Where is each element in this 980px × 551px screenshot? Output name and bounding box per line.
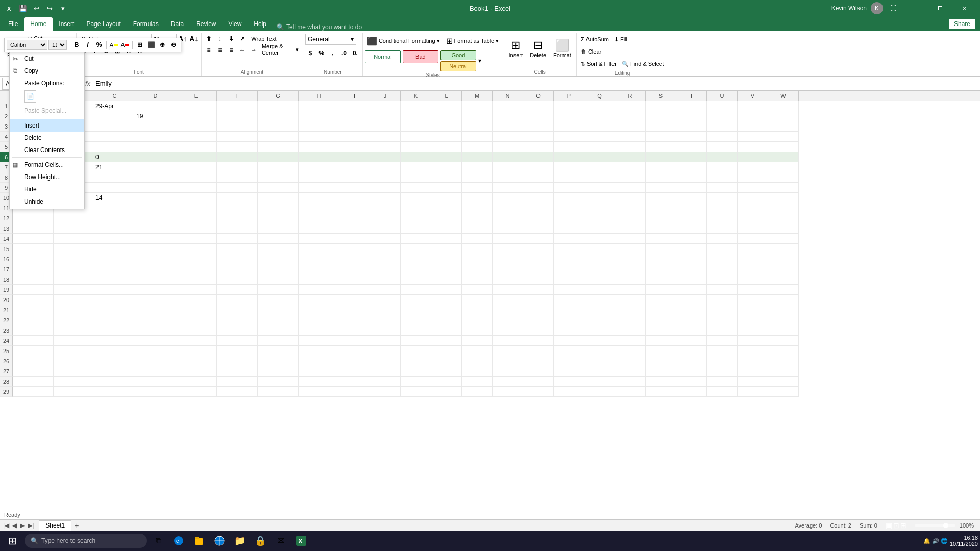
list-item[interactable]: [523, 254, 554, 264]
list-item[interactable]: [217, 387, 258, 397]
list-item[interactable]: [135, 336, 176, 346]
list-item[interactable]: [738, 172, 768, 183]
row-number-22[interactable]: 22: [0, 315, 13, 325]
styles-expand-btn[interactable]: ▾: [478, 50, 481, 71]
list-item[interactable]: [339, 336, 370, 346]
list-item[interactable]: [462, 254, 493, 264]
list-item[interactable]: [135, 264, 176, 274]
list-item[interactable]: [646, 377, 676, 387]
list-item[interactable]: [738, 336, 768, 346]
list-item[interactable]: [676, 162, 707, 172]
list-item[interactable]: [584, 203, 615, 213]
list-item[interactable]: [523, 172, 554, 183]
conditional-formatting-btn[interactable]: ⬛ Conditional Formatting▾: [365, 34, 442, 48]
list-item[interactable]: [707, 254, 738, 264]
list-item[interactable]: [217, 305, 258, 315]
list-item[interactable]: [738, 366, 768, 377]
list-item[interactable]: [135, 254, 176, 264]
list-item[interactable]: [431, 264, 462, 274]
list-item[interactable]: [339, 111, 370, 121]
list-item[interactable]: [258, 193, 299, 203]
list-item[interactable]: [768, 377, 799, 387]
list-item[interactable]: [707, 295, 738, 305]
list-item[interactable]: [299, 172, 339, 183]
list-item[interactable]: [707, 193, 738, 203]
list-item[interactable]: [135, 285, 176, 295]
list-item[interactable]: [738, 234, 768, 244]
mini-font-name[interactable]: Calibri: [7, 40, 47, 50]
tab-insert[interactable]: Insert: [53, 17, 80, 31]
list-item[interactable]: [768, 183, 799, 193]
list-item[interactable]: [401, 244, 431, 254]
style-normal-btn[interactable]: Normal: [365, 50, 401, 63]
list-item[interactable]: [370, 213, 401, 223]
list-item[interactable]: [176, 203, 217, 213]
list-item[interactable]: [615, 223, 646, 234]
list-item[interactable]: [217, 223, 258, 234]
list-item[interactable]: [615, 142, 646, 152]
list-item[interactable]: [339, 356, 370, 366]
list-item[interactable]: [401, 315, 431, 325]
list-item[interactable]: [217, 142, 258, 152]
align-bottom-btn[interactable]: ⬇: [226, 34, 236, 44]
list-item[interactable]: [431, 111, 462, 121]
list-item[interactable]: [401, 172, 431, 183]
currency-btn[interactable]: $: [305, 48, 315, 58]
list-item[interactable]: [584, 387, 615, 397]
list-item[interactable]: [13, 336, 54, 346]
list-item[interactable]: [299, 336, 339, 346]
list-item[interactable]: [217, 325, 258, 336]
list-item[interactable]: [646, 162, 676, 172]
list-item[interactable]: [217, 356, 258, 366]
list-item[interactable]: [258, 295, 299, 305]
list-item[interactable]: [738, 162, 768, 172]
list-item[interactable]: [94, 336, 135, 346]
list-item[interactable]: [299, 305, 339, 315]
list-item[interactable]: [707, 101, 738, 111]
list-item[interactable]: [176, 274, 217, 285]
list-item[interactable]: [431, 336, 462, 346]
list-item[interactable]: [554, 132, 584, 142]
list-item[interactable]: [707, 325, 738, 336]
list-item[interactable]: [339, 101, 370, 111]
list-item[interactable]: [54, 336, 94, 346]
col-header-T[interactable]: T: [676, 91, 707, 101]
list-item[interactable]: [554, 203, 584, 213]
list-item[interactable]: [370, 121, 401, 132]
list-item[interactable]: [299, 142, 339, 152]
list-item[interactable]: [13, 315, 54, 325]
list-item[interactable]: [401, 183, 431, 193]
mini-merge-btn[interactable]: ⬛: [146, 40, 156, 50]
list-item[interactable]: [554, 325, 584, 336]
list-item[interactable]: [768, 295, 799, 305]
list-item[interactable]: [646, 274, 676, 285]
list-item[interactable]: [584, 234, 615, 244]
list-item[interactable]: [299, 121, 339, 132]
list-item[interactable]: [431, 315, 462, 325]
list-item[interactable]: [707, 285, 738, 295]
list-item[interactable]: [676, 336, 707, 346]
list-item[interactable]: [299, 356, 339, 366]
list-item[interactable]: [217, 285, 258, 295]
list-item[interactable]: [94, 203, 135, 213]
list-item[interactable]: [339, 223, 370, 234]
list-item[interactable]: [615, 101, 646, 111]
list-item[interactable]: [523, 234, 554, 244]
list-item[interactable]: [462, 346, 493, 356]
list-item[interactable]: [299, 366, 339, 377]
zoom-slider[interactable]: [915, 524, 955, 527]
list-item[interactable]: [258, 213, 299, 223]
list-item[interactable]: [768, 162, 799, 172]
list-item[interactable]: [401, 193, 431, 203]
list-item[interactable]: [431, 244, 462, 254]
mini-italic-btn[interactable]: I: [83, 40, 93, 50]
list-item[interactable]: [584, 142, 615, 152]
list-item[interactable]: [258, 366, 299, 377]
list-item[interactable]: [584, 356, 615, 366]
list-item[interactable]: [431, 223, 462, 234]
add-sheet-btn[interactable]: +: [71, 520, 82, 531]
list-item[interactable]: [523, 111, 554, 121]
list-item[interactable]: [13, 274, 54, 285]
list-item[interactable]: [493, 336, 523, 346]
list-item[interactable]: [299, 203, 339, 213]
